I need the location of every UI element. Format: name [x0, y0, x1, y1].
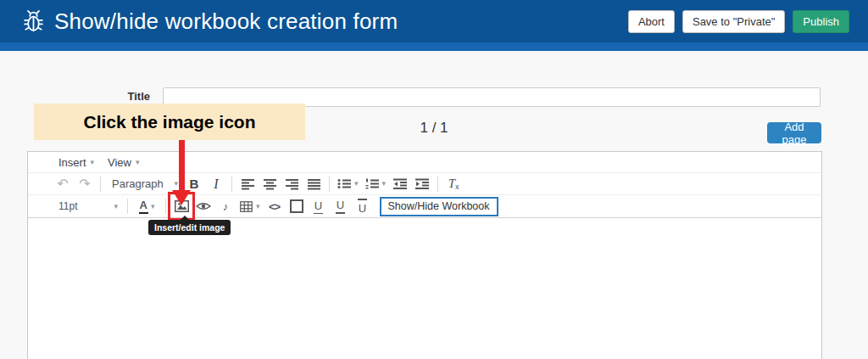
- align-center-button[interactable]: [259, 174, 280, 194]
- align-center-icon: [264, 178, 276, 190]
- undo-button[interactable]: ↶: [53, 174, 73, 194]
- underline-icon: U: [314, 199, 323, 214]
- bold-button[interactable]: B: [184, 174, 204, 194]
- table-button[interactable]: ▾: [237, 196, 263, 216]
- underline-thick-button[interactable]: U: [331, 196, 351, 216]
- italic-button[interactable]: I: [206, 174, 226, 194]
- toolbar-separator: [329, 177, 330, 192]
- annotation-text: Click the image icon: [83, 112, 255, 132]
- overline-icon: U: [358, 199, 367, 215]
- bug-icon: [22, 8, 45, 34]
- redo-button[interactable]: ↷: [75, 174, 95, 194]
- align-left-button[interactable]: [237, 174, 258, 194]
- toolbar-separator: [231, 177, 232, 192]
- menu-insert[interactable]: Insert ▾: [52, 154, 101, 171]
- image-button-tooltip: Insert/edit image: [148, 220, 231, 235]
- publish-button[interactable]: Publish: [793, 10, 849, 33]
- menu-view[interactable]: View ▾: [101, 154, 146, 171]
- overline-button[interactable]: U: [353, 196, 373, 216]
- title-label: Title: [51, 90, 150, 103]
- editor-toolbar-row-2: 11pt ▾ A ▾ Insert/edit image: [28, 195, 821, 218]
- text-color-icon: A: [139, 199, 148, 214]
- toolbar-separator: [437, 177, 438, 192]
- rich-text-editor: Insert ▾ View ▾ ↶ ↷ Paragraph ▾ B: [27, 151, 822, 359]
- image-icon: [175, 200, 189, 212]
- bullet-list-button[interactable]: ▾: [335, 174, 361, 194]
- source-code-button[interactable]: <>: [264, 196, 285, 216]
- chevron-down-icon: ▾: [136, 159, 140, 166]
- insert-image-button[interactable]: Insert/edit image: [171, 196, 192, 216]
- add-page-button[interactable]: Add page: [767, 122, 821, 143]
- annotation-callout: Click the image icon: [34, 104, 305, 140]
- block-format-dropdown[interactable]: Paragraph ▾: [105, 174, 183, 194]
- save-private-button[interactable]: Save to "Private": [682, 10, 785, 33]
- tooltip-arrow: [181, 216, 189, 220]
- italic-icon: I: [214, 177, 218, 191]
- outdent-icon: [393, 178, 407, 189]
- show-hide-workbook-button[interactable]: Show/Hide Workbook: [380, 197, 498, 216]
- editor-menubar: Insert ▾ View ▾: [28, 152, 821, 173]
- square-outline-icon: [290, 199, 303, 213]
- clear-formatting-button[interactable]: Tx: [443, 174, 464, 194]
- numbered-list-icon: [365, 178, 379, 189]
- align-right-icon: [286, 178, 298, 190]
- table-icon: [240, 201, 253, 212]
- indent-icon: [415, 178, 429, 189]
- header-bar: Show/hide workbook creation form Abort S…: [0, 0, 868, 42]
- editor-content-area[interactable]: [28, 218, 821, 359]
- indent-button[interactable]: [412, 174, 432, 194]
- box-border-button[interactable]: [287, 196, 307, 216]
- justify-button[interactable]: [303, 174, 324, 194]
- underline-thick-icon: U: [336, 199, 345, 214]
- page-title: Show/hide workbook creation form: [54, 8, 398, 35]
- page: Show/hide workbook creation form Abort S…: [0, 0, 868, 359]
- redo-icon: ↷: [79, 177, 90, 191]
- underline-button[interactable]: U: [309, 196, 329, 216]
- justify-icon: [308, 178, 320, 190]
- toolbar-separator: [100, 177, 101, 192]
- clear-formatting-icon: T: [448, 177, 455, 191]
- abort-button[interactable]: Abort: [628, 10, 675, 33]
- chevron-down-icon: ▾: [114, 203, 118, 210]
- bullet-list-icon: [337, 178, 351, 189]
- chevron-down-icon: ▾: [354, 180, 359, 188]
- editor-toolbar-row-1: ↶ ↷ Paragraph ▾ B I: [28, 173, 821, 195]
- chevron-down-icon: ▾: [91, 159, 95, 166]
- undo-icon: ↶: [57, 177, 68, 191]
- eye-icon: [196, 201, 211, 211]
- align-left-icon: [242, 178, 254, 190]
- chevron-down-icon: ▾: [256, 203, 260, 210]
- code-icon: <>: [269, 201, 280, 212]
- toolbar-separator: [127, 199, 128, 214]
- header-accent-strip: [0, 42, 868, 51]
- chevron-down-icon: ▾: [382, 180, 387, 188]
- visual-chars-icon: ♪: [223, 200, 229, 213]
- chevron-down-icon: ▾: [151, 203, 155, 210]
- chevron-down-icon: ▾: [174, 180, 178, 188]
- header-actions: Abort Save to "Private" Publish: [628, 10, 849, 33]
- align-right-button[interactable]: [281, 174, 302, 194]
- visual-chars-button[interactable]: ♪: [215, 196, 236, 216]
- numbered-list-button[interactable]: ▾: [363, 174, 389, 194]
- outdent-button[interactable]: [390, 174, 410, 194]
- toolbar-separator: [165, 199, 166, 214]
- font-size-dropdown[interactable]: 11pt ▾: [52, 196, 123, 216]
- text-color-button[interactable]: A ▾: [133, 196, 160, 216]
- preview-button[interactable]: [193, 196, 214, 216]
- bold-icon: B: [190, 177, 199, 190]
